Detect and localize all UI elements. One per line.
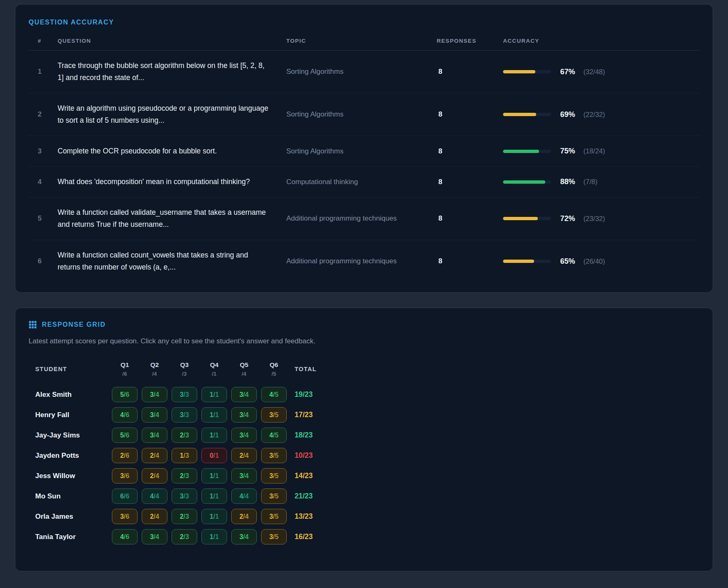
- score-cell[interactable]: 3/6: [112, 468, 138, 484]
- score-value: 2: [180, 472, 184, 480]
- score-cell[interactable]: 2/4: [142, 448, 167, 463]
- question-number: 1: [29, 68, 58, 76]
- score-value: 2: [150, 452, 154, 459]
- score-value: 4: [150, 493, 154, 500]
- score-value: 4: [269, 432, 273, 439]
- score-cell[interactable]: 3/5: [261, 529, 287, 544]
- score-cell[interactable]: 3/3: [172, 407, 197, 423]
- score-max: /3: [184, 513, 189, 520]
- score-cell[interactable]: 4/6: [112, 529, 138, 544]
- score-value: 3: [269, 493, 273, 500]
- score-cell[interactable]: 1/1: [201, 407, 227, 423]
- response-grid-title-row: RESPONSE GRID: [29, 321, 699, 329]
- score-max: /5: [273, 472, 278, 480]
- score-value: 3: [239, 411, 243, 419]
- column-header-q6: Q6/5: [259, 361, 289, 377]
- student-name: Jay-Jay Sims: [29, 431, 110, 440]
- score-cell[interactable]: 2/3: [172, 468, 197, 484]
- score-value: 4: [120, 411, 124, 419]
- score-cell[interactable]: 1/1: [201, 529, 227, 544]
- score-cell[interactable]: 1/1: [201, 488, 227, 504]
- score-cell[interactable]: 6/6: [112, 488, 138, 504]
- score-value: 2: [180, 533, 184, 541]
- score-cell[interactable]: 3/4: [142, 428, 167, 443]
- student-name: Orla James: [29, 513, 110, 521]
- score-value: 2: [180, 432, 184, 439]
- question-row: 4What does 'decomposition' mean in compu…: [29, 167, 699, 197]
- score-cell[interactable]: 2/4: [142, 509, 167, 524]
- score-cell[interactable]: 3/4: [231, 468, 257, 484]
- score-cell[interactable]: 3/4: [142, 529, 167, 544]
- score-cell[interactable]: 3/5: [261, 509, 287, 524]
- score-max: /4: [154, 432, 159, 439]
- score-value: 2: [150, 513, 154, 520]
- score-cell[interactable]: 3/5: [261, 407, 287, 423]
- score-value: 3: [239, 432, 243, 439]
- question-row: 5Write a function called validate_userna…: [29, 197, 699, 240]
- score-cell[interactable]: 2/3: [172, 529, 197, 544]
- score-cell[interactable]: 3/5: [261, 488, 287, 504]
- score-value: 3: [239, 472, 243, 480]
- score-cell[interactable]: 5/6: [112, 387, 138, 402]
- score-cell[interactable]: 2/4: [142, 468, 167, 484]
- question-column-label: Q4: [199, 361, 229, 369]
- score-value: 1: [210, 432, 213, 439]
- score-cell[interactable]: 1/1: [201, 428, 227, 443]
- score-max: /6: [124, 513, 129, 520]
- score-max: /4: [243, 411, 249, 419]
- score-cell[interactable]: 2/3: [172, 509, 197, 524]
- question-responses: 8: [437, 214, 503, 223]
- score-cell[interactable]: 1/1: [201, 509, 227, 524]
- score-cell[interactable]: 3/6: [112, 509, 138, 524]
- score-value: 4: [239, 493, 243, 500]
- score-cell[interactable]: 3/3: [172, 488, 197, 504]
- accuracy-fraction: (26/40): [583, 258, 605, 265]
- question-column-max: /4: [229, 371, 259, 377]
- score-cell[interactable]: 3/5: [261, 468, 287, 484]
- score-cell[interactable]: 4/6: [112, 407, 138, 423]
- score-max: /1: [213, 391, 219, 398]
- student-row: Tania Taylor4/63/42/31/13/43/516/23: [29, 529, 699, 544]
- score-max: /4: [243, 472, 249, 480]
- score-cell[interactable]: 1/3: [172, 448, 197, 463]
- accuracy-bar-track: [503, 260, 551, 263]
- score-cell[interactable]: 4/4: [142, 488, 167, 504]
- score-cell[interactable]: 3/5: [261, 448, 287, 463]
- score-cell[interactable]: 3/4: [142, 387, 167, 402]
- score-cell[interactable]: 5/6: [112, 428, 138, 443]
- score-cell[interactable]: 4/5: [261, 387, 287, 402]
- question-accuracy-cell: 75%(18/24): [503, 147, 699, 156]
- score-cell[interactable]: 4/4: [231, 488, 257, 504]
- column-header-q2: Q2/4: [140, 361, 169, 377]
- score-cell[interactable]: 3/4: [142, 407, 167, 423]
- student-row: Jay-Jay Sims5/63/42/31/13/44/518/23: [29, 428, 699, 443]
- score-cell[interactable]: 1/1: [201, 468, 227, 484]
- score-max: /5: [273, 411, 278, 419]
- student-total: 19/23: [289, 390, 343, 399]
- question-number: 4: [29, 178, 58, 186]
- score-max: /1: [213, 493, 219, 500]
- score-max: /4: [154, 513, 159, 520]
- score-cell[interactable]: 4/5: [261, 428, 287, 443]
- score-cell[interactable]: 3/3: [172, 387, 197, 402]
- score-cell[interactable]: 1/1: [201, 387, 227, 402]
- score-cell[interactable]: 2/4: [231, 448, 257, 463]
- question-column-label: Q5: [229, 361, 259, 369]
- score-cell[interactable]: 2/3: [172, 428, 197, 443]
- student-name: Alex Smith: [29, 391, 110, 399]
- question-column-max: /3: [169, 371, 199, 377]
- score-value: 3: [150, 432, 154, 439]
- student-row: Mo Sun6/64/43/31/14/43/521/23: [29, 488, 699, 504]
- score-cell[interactable]: 3/4: [231, 407, 257, 423]
- score-cell[interactable]: 0/1: [201, 448, 227, 463]
- question-row: 6Write a function called count_vowels th…: [29, 240, 699, 276]
- column-header-q5: Q5/4: [229, 361, 259, 377]
- score-cell[interactable]: 2/4: [231, 509, 257, 524]
- score-max: /1: [213, 533, 219, 541]
- score-cell[interactable]: 3/4: [231, 529, 257, 544]
- accuracy-bar-fill: [503, 113, 536, 116]
- score-value: 1: [210, 411, 213, 419]
- score-cell[interactable]: 2/6: [112, 448, 138, 463]
- score-cell[interactable]: 3/4: [231, 387, 257, 402]
- score-cell[interactable]: 3/4: [231, 428, 257, 443]
